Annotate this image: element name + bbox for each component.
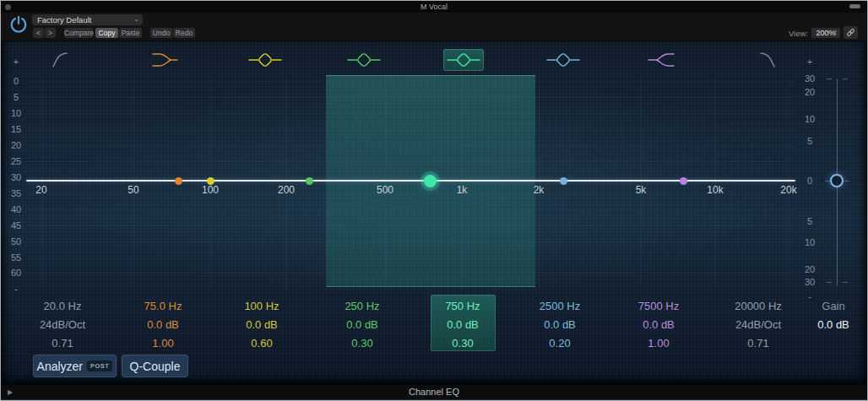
band-4-frequency[interactable]: 250 Hz [316, 297, 409, 316]
band-4-handle[interactable] [306, 177, 313, 185]
chevron-down-icon: ⌄ [133, 14, 139, 24]
left-scale-plus: + [4, 57, 28, 67]
band-5-params: 750 Hz 0.0 dB 0.30 [416, 297, 509, 353]
band-7-frequency[interactable]: 7500 Hz [612, 297, 705, 316]
next-preset-button[interactable]: > [45, 28, 56, 38]
link-button[interactable] [844, 26, 858, 39]
band-8-lowpass-icon[interactable] [741, 49, 782, 71]
band-6-bell-icon[interactable] [543, 49, 583, 71]
left-scale-tick: 20 [4, 140, 28, 150]
preset-name: Factory Default [37, 15, 91, 24]
band-7-high-shelf-icon[interactable] [642, 49, 682, 71]
left-scale-tick: 0 [4, 76, 28, 86]
grid-line [26, 113, 795, 114]
slider-tick [827, 79, 832, 79]
view-zoom-select[interactable]: 200% ▲▼ [811, 28, 840, 38]
band-6-q[interactable]: 0.20 [513, 334, 606, 353]
band-3-gain[interactable]: 0.0 dB [215, 316, 308, 334]
band-4-bell-icon[interactable] [344, 49, 384, 71]
grid-line [26, 97, 795, 98]
band-6-gain[interactable]: 0.0 dB [513, 316, 606, 334]
freq-tick: 5k [624, 184, 658, 196]
gain-slider-knob[interactable] [830, 174, 844, 187]
freq-tick: 1k [445, 184, 479, 196]
analyzer-button[interactable]: Analyzer POST [33, 355, 117, 377]
master-gain-label: Gain [803, 297, 864, 316]
freq-tick: 20 [24, 184, 58, 196]
redo-button[interactable]: Redo [173, 28, 195, 38]
preset-selector[interactable]: Factory Default ⌄ [32, 14, 143, 25]
band-7-handle[interactable] [680, 177, 687, 185]
band-8-params: 20000 Hz 24dB/Oct 0.71 [712, 297, 805, 353]
slider-tick [844, 181, 849, 182]
band-7-q[interactable]: 1.00 [612, 334, 705, 353]
band-1-slope[interactable]: 24dB/Oct [16, 316, 109, 334]
band-6-frequency[interactable]: 2500 Hz [513, 297, 606, 316]
window-title: M Vocal [1, 1, 867, 13]
grid-line [26, 225, 795, 226]
grid-line [26, 81, 795, 82]
analyzer-label: Analyzer [37, 360, 83, 373]
band-1-params: 20.0 Hz 24dB/Oct 0.71 [16, 297, 109, 353]
gain-scale-tick: 0 [798, 176, 822, 186]
stepper-arrows-icon[interactable]: ▲▼ [833, 28, 838, 38]
gain-scale-tick: 10 [798, 237, 822, 247]
copy-button[interactable]: Copy [95, 28, 118, 38]
left-scale-tick: 60 [4, 268, 28, 278]
grid-line [26, 273, 795, 274]
band-5-handle[interactable] [424, 175, 437, 187]
band-1-highpass-icon[interactable] [46, 49, 86, 71]
master-gain-value[interactable]: 0.0 dB [803, 316, 864, 334]
band-2-gain[interactable]: 0.0 dB [117, 316, 209, 334]
left-scale-tick: 50 [4, 236, 28, 247]
analyzer-post-badge[interactable]: POST [87, 360, 112, 371]
gain-scale-plus: + [798, 57, 822, 67]
band-2-q[interactable]: 1.00 [117, 334, 209, 353]
left-scale-tick: 45 [4, 220, 28, 230]
band-6-handle[interactable] [560, 177, 567, 185]
band-8-slope[interactable]: 24dB/Oct [712, 316, 805, 334]
window-resize-control[interactable] [849, 4, 860, 8]
plugin-name-bar: ▶ Channel EQ [1, 385, 867, 399]
compare-button[interactable]: Compare [64, 28, 93, 38]
freq-tick: 100 [193, 184, 227, 196]
q-couple-button[interactable]: Q-Couple [122, 355, 188, 377]
band-2-low-shelf-icon[interactable] [145, 49, 186, 71]
freq-tick: 500 [368, 184, 402, 196]
gain-scale-tick: 20 [798, 87, 822, 97]
freq-tick: 20k [772, 184, 806, 196]
grid-line [26, 257, 795, 258]
band-3-bell-icon[interactable] [245, 49, 285, 71]
grid-line [26, 145, 795, 146]
plugin-name: Channel EQ [1, 385, 867, 399]
gain-scale-tick: 5 [798, 216, 822, 226]
freq-tick: 10k [698, 184, 732, 196]
freq-tick: 50 [117, 184, 150, 196]
prev-preset-button[interactable]: < [33, 28, 44, 38]
band-5-frequency[interactable]: 750 Hz [416, 297, 509, 316]
band-7-gain[interactable]: 0.0 dB [612, 316, 705, 334]
band-1-frequency[interactable]: 20.0 Hz [16, 297, 109, 316]
band-5-bell-icon[interactable] [443, 49, 484, 71]
grid-line [26, 129, 795, 130]
paste-button[interactable]: Paste [119, 28, 142, 38]
grid-line [26, 161, 795, 162]
band-4-gain[interactable]: 0.0 dB [316, 316, 409, 334]
band-5-gain[interactable]: 0.0 dB [416, 316, 509, 334]
slider-tick [843, 79, 848, 79]
band-2-handle[interactable] [175, 177, 182, 185]
undo-button[interactable]: Undo [150, 28, 172, 38]
band-1-q[interactable]: 0.71 [16, 334, 109, 353]
band-3-frequency[interactable]: 100 Hz [215, 297, 308, 316]
band-4-q[interactable]: 0.30 [316, 334, 409, 353]
link-icon [845, 27, 856, 38]
band-8-q[interactable]: 0.71 [712, 334, 805, 353]
band-5-q[interactable]: 0.30 [416, 334, 509, 353]
view-label: View: [789, 29, 808, 38]
power-button[interactable] [8, 14, 30, 37]
band-2-frequency[interactable]: 75.0 Hz [117, 297, 209, 316]
band-8-frequency[interactable]: 20000 Hz [712, 297, 805, 316]
slider-tick [843, 282, 848, 283]
gain-scale-tick: 10 [798, 114, 822, 124]
band-3-q[interactable]: 0.60 [215, 334, 308, 353]
